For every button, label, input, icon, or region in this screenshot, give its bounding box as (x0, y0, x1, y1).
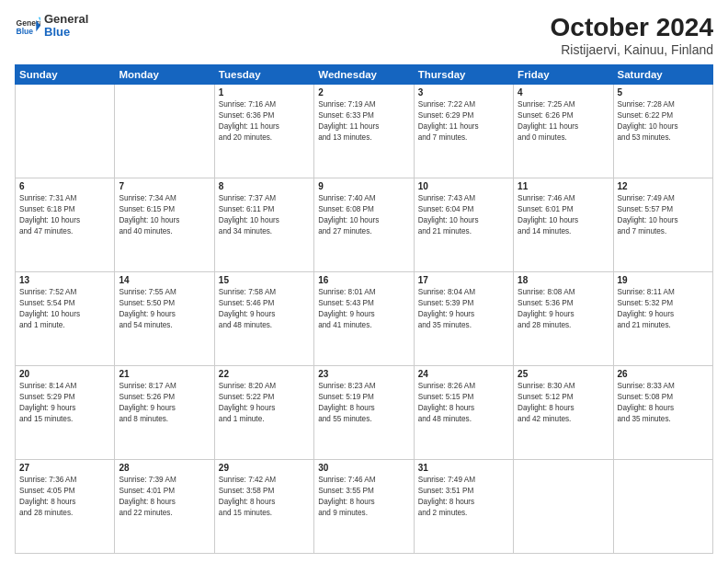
day-number: 18 (518, 275, 609, 285)
table-row: 26Sunrise: 8:33 AM Sunset: 5:08 PM Dayli… (613, 366, 712, 460)
table-row (16, 85, 115, 178)
logo-text: General Blue (44, 13, 88, 40)
col-wednesday: Wednesday (314, 65, 414, 85)
day-number: 16 (318, 275, 409, 285)
table-row: 21Sunrise: 8:17 AM Sunset: 5:26 PM Dayli… (115, 366, 214, 460)
day-number: 13 (19, 275, 110, 285)
day-info: Sunrise: 7:28 AM Sunset: 6:22 PM Dayligh… (618, 99, 709, 144)
table-row: 4Sunrise: 7:25 AM Sunset: 6:26 PM Daylig… (514, 85, 613, 178)
day-number: 3 (418, 87, 509, 98)
table-row: 11Sunrise: 7:46 AM Sunset: 6:01 PM Dayli… (514, 178, 613, 272)
table-row: 27Sunrise: 7:36 AM Sunset: 4:05 PM Dayli… (16, 460, 115, 554)
day-info: Sunrise: 7:52 AM Sunset: 5:54 PM Dayligh… (19, 287, 110, 331)
day-number: 25 (518, 369, 609, 379)
day-info: Sunrise: 8:33 AM Sunset: 5:08 PM Dayligh… (618, 381, 709, 425)
table-row: 18Sunrise: 8:08 AM Sunset: 5:36 PM Dayli… (514, 272, 613, 366)
day-info: Sunrise: 8:08 AM Sunset: 5:36 PM Dayligh… (518, 287, 609, 331)
day-number: 24 (418, 369, 509, 379)
day-info: Sunrise: 7:46 AM Sunset: 3:55 PM Dayligh… (318, 475, 409, 519)
table-row: 10Sunrise: 7:43 AM Sunset: 6:04 PM Dayli… (414, 178, 513, 272)
table-row: 25Sunrise: 8:30 AM Sunset: 5:12 PM Dayli… (514, 366, 613, 460)
table-row: 22Sunrise: 8:20 AM Sunset: 5:22 PM Dayli… (214, 366, 313, 460)
day-number: 20 (19, 369, 110, 379)
day-info: Sunrise: 7:40 AM Sunset: 6:08 PM Dayligh… (318, 193, 409, 237)
day-number: 29 (219, 463, 310, 473)
table-row: 30Sunrise: 7:46 AM Sunset: 3:55 PM Dayli… (314, 460, 414, 554)
day-info: Sunrise: 8:04 AM Sunset: 5:39 PM Dayligh… (418, 287, 509, 331)
day-info: Sunrise: 7:34 AM Sunset: 6:15 PM Dayligh… (119, 193, 210, 237)
col-tuesday: Tuesday (214, 65, 313, 85)
day-info: Sunrise: 7:55 AM Sunset: 5:50 PM Dayligh… (119, 287, 210, 331)
day-info: Sunrise: 8:26 AM Sunset: 5:15 PM Dayligh… (418, 381, 509, 425)
table-row: 7Sunrise: 7:34 AM Sunset: 6:15 PM Daylig… (115, 178, 214, 272)
table-row: 24Sunrise: 8:26 AM Sunset: 5:15 PM Dayli… (414, 366, 513, 460)
day-number: 6 (19, 181, 110, 191)
day-info: Sunrise: 7:22 AM Sunset: 6:29 PM Dayligh… (418, 99, 509, 144)
day-number: 30 (318, 463, 409, 473)
day-info: Sunrise: 7:36 AM Sunset: 4:05 PM Dayligh… (19, 475, 110, 519)
table-row: 8Sunrise: 7:37 AM Sunset: 6:11 PM Daylig… (214, 178, 313, 272)
day-number: 12 (618, 181, 709, 191)
day-number: 4 (518, 87, 609, 98)
table-row (115, 85, 214, 178)
title-block: October 2024 Ristijaervi, Kainuu, Finlan… (551, 13, 713, 57)
table-row: 15Sunrise: 7:58 AM Sunset: 5:46 PM Dayli… (214, 272, 313, 366)
day-info: Sunrise: 8:30 AM Sunset: 5:12 PM Dayligh… (518, 381, 609, 425)
logo: General Blue General Blue (15, 13, 88, 40)
day-number: 9 (318, 181, 409, 191)
day-info: Sunrise: 7:37 AM Sunset: 6:11 PM Dayligh… (219, 193, 310, 237)
table-row (514, 460, 613, 554)
col-saturday: Saturday (613, 65, 712, 85)
day-number: 1 (219, 87, 310, 98)
table-row: 13Sunrise: 7:52 AM Sunset: 5:54 PM Dayli… (16, 272, 115, 366)
calendar-table: Sunday Monday Tuesday Wednesday Thursday… (15, 64, 713, 554)
day-number: 28 (119, 463, 210, 473)
day-number: 15 (219, 275, 310, 285)
page-subtitle: Ristijaervi, Kainuu, Finland (551, 42, 713, 57)
table-row: 28Sunrise: 7:39 AM Sunset: 4:01 PM Dayli… (115, 460, 214, 554)
table-row (613, 460, 712, 554)
table-row: 1Sunrise: 7:16 AM Sunset: 6:36 PM Daylig… (214, 85, 313, 178)
day-number: 21 (119, 369, 210, 379)
logo-general: General (44, 13, 88, 26)
day-number: 11 (518, 181, 609, 191)
logo-icon: General Blue (15, 13, 40, 39)
table-row: 31Sunrise: 7:49 AM Sunset: 3:51 PM Dayli… (414, 460, 513, 554)
day-info: Sunrise: 7:25 AM Sunset: 6:26 PM Dayligh… (518, 99, 609, 144)
day-number: 26 (618, 369, 709, 379)
page-title: October 2024 (551, 13, 713, 42)
table-row: 14Sunrise: 7:55 AM Sunset: 5:50 PM Dayli… (115, 272, 214, 366)
day-info: Sunrise: 8:11 AM Sunset: 5:32 PM Dayligh… (618, 287, 709, 331)
calendar-header-row: Sunday Monday Tuesday Wednesday Thursday… (16, 65, 713, 85)
table-row: 6Sunrise: 7:31 AM Sunset: 6:18 PM Daylig… (16, 178, 115, 272)
day-number: 7 (119, 181, 210, 191)
page: General Blue General Blue October 2024 R… (0, 0, 728, 563)
day-info: Sunrise: 7:46 AM Sunset: 6:01 PM Dayligh… (518, 193, 609, 237)
table-row: 17Sunrise: 8:04 AM Sunset: 5:39 PM Dayli… (414, 272, 513, 366)
table-row: 9Sunrise: 7:40 AM Sunset: 6:08 PM Daylig… (314, 178, 414, 272)
day-number: 8 (219, 181, 310, 191)
table-row: 23Sunrise: 8:23 AM Sunset: 5:19 PM Dayli… (314, 366, 414, 460)
day-info: Sunrise: 7:42 AM Sunset: 3:58 PM Dayligh… (219, 475, 310, 519)
table-row: 12Sunrise: 7:49 AM Sunset: 5:57 PM Dayli… (613, 178, 712, 272)
logo-blue: Blue (44, 26, 88, 39)
table-row: 2Sunrise: 7:19 AM Sunset: 6:33 PM Daylig… (314, 85, 414, 178)
day-info: Sunrise: 8:01 AM Sunset: 5:43 PM Dayligh… (318, 287, 409, 331)
table-row: 29Sunrise: 7:42 AM Sunset: 3:58 PM Dayli… (214, 460, 313, 554)
table-row: 5Sunrise: 7:28 AM Sunset: 6:22 PM Daylig… (613, 85, 712, 178)
table-row: 19Sunrise: 8:11 AM Sunset: 5:32 PM Dayli… (613, 272, 712, 366)
table-row: 3Sunrise: 7:22 AM Sunset: 6:29 PM Daylig… (414, 85, 513, 178)
day-number: 23 (318, 369, 409, 379)
day-number: 22 (219, 369, 310, 379)
day-info: Sunrise: 7:39 AM Sunset: 4:01 PM Dayligh… (119, 475, 210, 519)
col-sunday: Sunday (16, 65, 115, 85)
col-friday: Friday (514, 65, 613, 85)
day-number: 2 (318, 87, 409, 98)
day-info: Sunrise: 8:14 AM Sunset: 5:29 PM Dayligh… (19, 381, 110, 425)
day-info: Sunrise: 7:49 AM Sunset: 5:57 PM Dayligh… (618, 193, 709, 237)
day-info: Sunrise: 8:17 AM Sunset: 5:26 PM Dayligh… (119, 381, 210, 425)
day-number: 14 (119, 275, 210, 285)
day-info: Sunrise: 7:58 AM Sunset: 5:46 PM Dayligh… (219, 287, 310, 331)
col-thursday: Thursday (414, 65, 513, 85)
day-info: Sunrise: 8:23 AM Sunset: 5:19 PM Dayligh… (318, 381, 409, 425)
